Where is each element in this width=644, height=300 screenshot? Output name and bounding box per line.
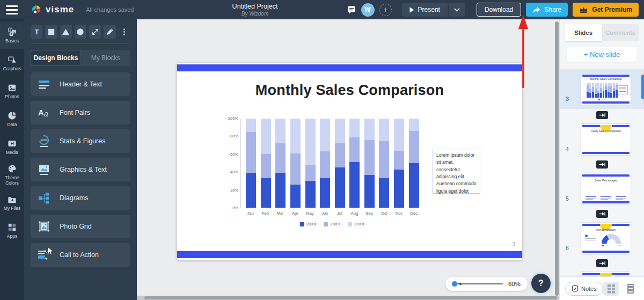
add-collaborator-button[interactable]: +	[379, 4, 392, 16]
pen-tool-button[interactable]	[104, 25, 115, 39]
visme-logo[interactable]: visme	[30, 4, 74, 16]
chart-plot[interactable]	[240, 119, 424, 208]
help-button[interactable]: ?	[531, 274, 551, 293]
vertical-scrollbar[interactable]	[555, 21, 559, 296]
stacked-bar-apr[interactable]	[290, 119, 301, 208]
bar-segment	[246, 173, 256, 208]
download-button[interactable]: Download	[477, 3, 521, 17]
chart-y-axis: 100%80%60%40%20%0%	[222, 116, 238, 210]
transition-button[interactable]	[596, 111, 608, 119]
sidebar-item-data[interactable]: Data	[0, 105, 24, 133]
slide-thumbnail[interactable]: Sales Distribution	[581, 272, 631, 276]
theme-colors-icon	[7, 164, 17, 174]
notes-button[interactable]: Notes	[565, 282, 603, 296]
zoom-slider-thumb[interactable]	[452, 281, 457, 287]
slide-list-item[interactable]: 6Item Breakdown	[560, 219, 644, 257]
project-header[interactable]: Untitled Project By Wizdom	[212, 3, 298, 17]
design-block-graphics-text[interactable]: Graphics & Text	[31, 158, 130, 181]
stacked-bar-oct[interactable]	[379, 119, 389, 208]
slide-thumbnail[interactable]: Sales Percentages	[581, 173, 631, 204]
stacked-bar-jun[interactable]	[320, 119, 330, 208]
sidebar-item-apps[interactable]: Apps	[0, 217, 24, 245]
thumb-bar-segment	[605, 90, 607, 98]
transition-button[interactable]	[596, 160, 608, 169]
present-dropdown-button[interactable]	[449, 3, 465, 17]
design-block-photo-grid[interactable]: Photo Grid	[31, 215, 130, 238]
comment-icon[interactable]	[347, 5, 356, 14]
sidebar-item-media[interactable]: Media	[0, 133, 24, 161]
tab-comments[interactable]: Comments	[602, 24, 639, 41]
sidebar-item-photos[interactable]: Photos	[0, 77, 24, 105]
y-tick-label: 100%	[222, 116, 238, 121]
thumb-bar-segment	[589, 89, 591, 93]
hamburger-menu-icon[interactable]	[0, 0, 24, 19]
tab-my-blocks[interactable]: My Blocks	[81, 50, 130, 66]
stacked-bar-nov[interactable]	[394, 119, 404, 208]
grid-view-button[interactable]	[603, 282, 619, 296]
project-title[interactable]: Untitled Project	[212, 3, 298, 10]
slide-textbox[interactable]: Lorem ipsum dolor sit amet, consectetur …	[433, 149, 480, 194]
slide-thumbnail[interactable]: Yearly Sales Comparison	[581, 124, 631, 155]
share-button[interactable]: Share	[526, 3, 568, 17]
design-block-header-text[interactable]: Header & Text	[31, 72, 130, 96]
circle-tool-button[interactable]	[75, 25, 86, 39]
get-premium-button[interactable]: Get Premium	[573, 3, 639, 17]
slide-accent-bar-bottom[interactable]	[177, 251, 522, 258]
tab-design-blocks[interactable]: Design Blocks	[31, 50, 81, 66]
canvas[interactable]: Monthly Sales Comparison 100%80%60%40%20…	[137, 19, 559, 300]
thumb-bar-segment	[597, 93, 599, 98]
line-tool-button[interactable]	[89, 25, 101, 39]
thumb-percent-groups	[586, 196, 626, 200]
more-tool-button[interactable]	[119, 25, 130, 39]
design-block-call-to-action[interactable]: Call to Action	[31, 243, 130, 267]
stacked-bar-may[interactable]	[305, 119, 316, 208]
transition-button[interactable]	[596, 259, 608, 267]
svg-text:40%: 40%	[41, 138, 48, 142]
zoom-slider[interactable]	[452, 281, 503, 287]
new-slide-button[interactable]: + New slide	[567, 47, 636, 62]
slide-accent-bar-top[interactable]	[177, 64, 522, 71]
stacked-bar-jan[interactable]	[246, 119, 256, 208]
mouse-cursor	[47, 246, 54, 256]
sidebar-item-theme-colors[interactable]: Theme Colors	[0, 161, 24, 189]
avatar[interactable]: W	[361, 3, 375, 17]
transition-button[interactable]	[596, 210, 608, 218]
list-view-button[interactable]	[623, 282, 639, 296]
tab-slides[interactable]: Slides	[565, 24, 602, 41]
design-block-stats-figures[interactable]: 40%Stats & Figures	[31, 129, 130, 153]
slide-list-item[interactable]: 5Sales Percentages	[560, 170, 644, 208]
stacked-bar-dec[interactable]	[409, 119, 419, 208]
sidebar-item-basics[interactable]: ACBBasics	[0, 21, 24, 49]
stacked-bar-jul[interactable]	[335, 119, 345, 208]
square-tool-button[interactable]	[45, 25, 57, 39]
left-rail: ACBBasicsGraphicsPhotosDataMediaTheme Co…	[0, 19, 24, 300]
svg-text:a: a	[44, 109, 48, 118]
horizontal-scrollbar-thumb[interactable]	[144, 296, 557, 299]
horizontal-scrollbar[interactable]	[137, 296, 559, 300]
present-button[interactable]: Present	[402, 3, 448, 17]
slide-list-item[interactable]: 3Monthly Sales Comparison	[560, 69, 644, 109]
design-block-diagrams[interactable]: Diagrams	[31, 186, 130, 210]
slide-list-item[interactable]: 4Yearly Sales Comparison	[560, 121, 644, 158]
slide-list-item[interactable]: Sales Distribution	[560, 269, 644, 276]
vertical-scrollbar-thumb[interactable]	[555, 21, 559, 296]
text-tool-button[interactable]: T	[31, 25, 42, 39]
my-files-icon	[7, 194, 17, 204]
slide-thumbnail[interactable]: Item Breakdown	[581, 223, 631, 254]
thumb-bar-segment	[613, 83, 615, 88]
sidebar-item-my-files[interactable]: My Files	[0, 189, 24, 217]
bar-segment	[320, 178, 330, 208]
stacked-bar-sep[interactable]	[364, 119, 375, 208]
y-tick-label: 60%	[222, 152, 238, 157]
design-block-font-pairs[interactable]: AaFont Pairs	[31, 101, 130, 125]
slide[interactable]: Monthly Sales Comparison 100%80%60%40%20…	[177, 63, 522, 260]
sidebar-item-graphics[interactable]: Graphics	[0, 49, 24, 77]
stacked-bar-aug[interactable]	[349, 119, 360, 208]
stacked-bar-mar[interactable]	[275, 119, 286, 208]
slide-thumbnail[interactable]: Monthly Sales Comparison	[581, 74, 631, 105]
bar-segment	[364, 119, 375, 140]
sidebar-item-label: My Files	[4, 206, 21, 211]
triangle-tool-button[interactable]	[60, 25, 72, 39]
slide-title[interactable]: Monthly Sales Comparison	[177, 82, 522, 99]
stacked-bar-feb[interactable]	[261, 119, 271, 208]
